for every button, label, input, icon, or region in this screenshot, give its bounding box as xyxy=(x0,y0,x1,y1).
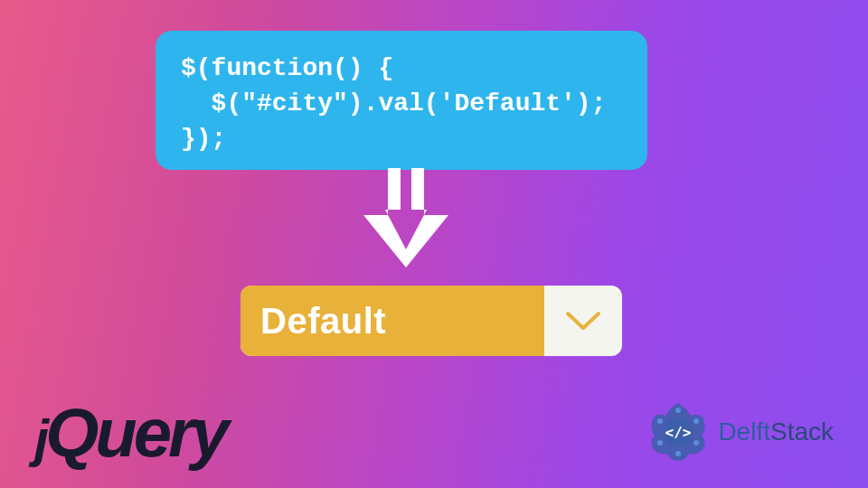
svg-text:</>: </> xyxy=(665,424,692,441)
svg-point-7 xyxy=(657,418,663,424)
code-line-1: $(function() { xyxy=(181,54,393,82)
dropdown-chevron-area xyxy=(544,286,622,356)
svg-point-2 xyxy=(675,408,681,413)
svg-point-3 xyxy=(693,418,699,424)
svg-point-5 xyxy=(675,451,681,456)
delftstack-logo: </> DelftStack xyxy=(644,398,834,466)
code-line-2: $("#city").val('Default'); xyxy=(181,89,606,117)
svg-point-4 xyxy=(693,440,699,446)
dropdown-selected-value: Default xyxy=(241,286,544,356)
svg-point-6 xyxy=(657,440,663,446)
arrow-down-icon xyxy=(356,168,456,278)
chevron-down-icon xyxy=(564,308,602,333)
delftstack-text: DelftStack xyxy=(718,418,834,446)
code-line-3: }); xyxy=(181,125,226,153)
jquery-logo: jQuery xyxy=(34,393,226,472)
code-snippet-box: $(function() { $("#city").val('Default')… xyxy=(156,31,647,170)
dropdown-select[interactable]: Default xyxy=(241,286,622,356)
delftstack-icon: </> xyxy=(644,398,712,466)
